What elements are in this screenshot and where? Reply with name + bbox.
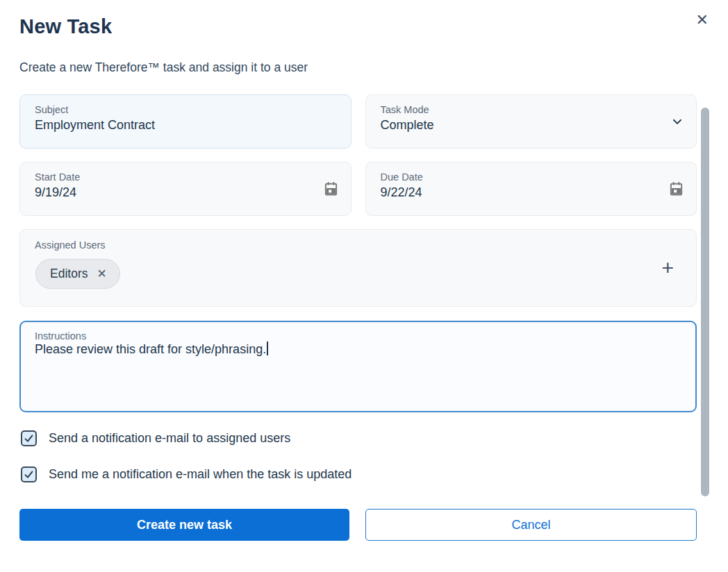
due-date-field[interactable]: Due Date 9/22/24 bbox=[365, 162, 697, 216]
subject-value: Employment Contract bbox=[35, 118, 337, 133]
chip-label: Editors bbox=[50, 267, 88, 281]
calendar-icon[interactable] bbox=[668, 181, 684, 197]
text-cursor bbox=[267, 342, 268, 355]
notify-assigned-users-label[interactable]: Send a notification e-mail to assigned u… bbox=[49, 431, 290, 446]
calendar-icon[interactable] bbox=[323, 181, 339, 197]
cancel-button[interactable]: Cancel bbox=[365, 509, 697, 541]
instructions-value: Please review this draft for style/phras… bbox=[35, 342, 266, 356]
new-task-form: Subject Employment Contract Task Mode Co… bbox=[19, 94, 697, 541]
instructions-label: Instructions bbox=[35, 330, 681, 342]
task-mode-value: Complete bbox=[381, 118, 683, 133]
page-title: New Task bbox=[19, 15, 112, 38]
assigned-users-field[interactable]: Assigned Users Editors ✕ + bbox=[19, 229, 697, 307]
notify-assigned-users-checkbox[interactable] bbox=[21, 430, 37, 446]
chevron-down-icon bbox=[670, 115, 684, 128]
instructions-textarea[interactable]: Instructions Please review this draft fo… bbox=[19, 321, 697, 412]
create-task-button[interactable]: Create new task bbox=[19, 509, 349, 541]
scrollbar-track bbox=[701, 108, 709, 496]
dialog-subtitle: Create a new Therefore™ task and assign … bbox=[19, 60, 709, 75]
dialog-actions: Create new task Cancel bbox=[19, 509, 697, 541]
task-mode-label: Task Mode bbox=[381, 104, 683, 115]
add-user-icon[interactable]: + bbox=[661, 258, 674, 278]
notify-me-label[interactable]: Send me a notification e-mail when the t… bbox=[49, 467, 351, 482]
chip-remove-icon[interactable]: ✕ bbox=[97, 268, 106, 280]
scrollbar-thumb[interactable] bbox=[701, 108, 709, 496]
due-date-label: Due Date bbox=[381, 171, 683, 183]
notify-assigned-users-row: Send a notification e-mail to assigned u… bbox=[21, 430, 697, 446]
assigned-users-label: Assigned Users bbox=[35, 239, 682, 251]
start-date-value: 9/19/24 bbox=[35, 185, 337, 200]
start-date-label: Start Date bbox=[35, 171, 337, 183]
assigned-user-chip[interactable]: Editors ✕ bbox=[35, 259, 120, 289]
subject-field[interactable]: Subject Employment Contract bbox=[19, 94, 351, 149]
close-icon[interactable]: ✕ bbox=[692, 10, 713, 31]
new-task-dialog: New Task ✕ Create a new Therefore™ task … bbox=[0, 0, 728, 572]
start-date-field[interactable]: Start Date 9/19/24 bbox=[19, 162, 351, 216]
subject-label: Subject bbox=[35, 104, 337, 115]
due-date-value: 9/22/24 bbox=[381, 185, 683, 200]
dialog-header: New Task ✕ bbox=[19, 15, 709, 38]
notify-me-checkbox[interactable] bbox=[21, 466, 37, 482]
task-mode-select[interactable]: Task Mode Complete bbox=[365, 94, 697, 149]
notify-me-row: Send me a notification e-mail when the t… bbox=[21, 466, 697, 482]
